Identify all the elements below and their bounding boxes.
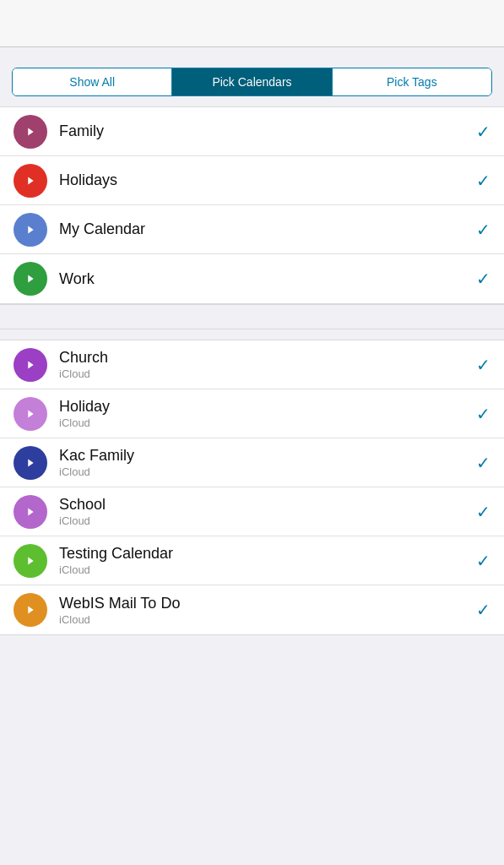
calendar-icon bbox=[14, 262, 47, 296]
calendar-name: Holidays bbox=[59, 171, 469, 189]
list-item[interactable]: Work✓ bbox=[0, 254, 504, 303]
calendar-subtitle: iCloud bbox=[59, 465, 469, 478]
list-item[interactable]: SchooliCloud✓ bbox=[0, 487, 504, 536]
arrow-icon bbox=[21, 405, 40, 423]
list-item[interactable]: Kac FamilyiCloud✓ bbox=[0, 438, 504, 487]
calendar-name: WebIS Mail To Do bbox=[59, 595, 469, 612]
arrow-icon bbox=[21, 171, 40, 190]
calendar-icon bbox=[14, 115, 47, 149]
checkmark-icon: ✓ bbox=[476, 355, 490, 375]
calendar-name: School bbox=[59, 496, 469, 514]
calendar-icon bbox=[14, 446, 47, 480]
checkmark-icon: ✓ bbox=[476, 502, 490, 522]
calendar-name: My Calendar bbox=[59, 220, 469, 238]
pick-tags-tab[interactable]: Pick Tags bbox=[333, 68, 491, 95]
show-all-tab[interactable]: Show All bbox=[13, 68, 172, 95]
pick-calendars-tab[interactable]: Pick Calendars bbox=[172, 68, 332, 95]
calendar-icon bbox=[14, 593, 47, 627]
checkmark-icon: ✓ bbox=[476, 404, 490, 424]
arrow-icon bbox=[21, 601, 40, 619]
list-item[interactable]: HolidayiCloud✓ bbox=[0, 389, 504, 438]
checkmark-icon: ✓ bbox=[476, 220, 490, 240]
list-item[interactable]: Testing CalendariCloud✓ bbox=[0, 536, 504, 585]
calendar-name: Family bbox=[59, 122, 469, 140]
section-divider bbox=[0, 304, 504, 329]
calendar-name: Holiday bbox=[59, 398, 469, 416]
calendar-icon bbox=[14, 495, 47, 529]
calendar-subtitle: iCloud bbox=[59, 563, 469, 576]
arrow-icon bbox=[21, 220, 40, 239]
arrow-icon bbox=[21, 356, 40, 374]
calendar-name: Kac Family bbox=[59, 447, 469, 465]
checkmark-icon: ✓ bbox=[476, 600, 490, 620]
calendar-icon bbox=[14, 213, 47, 247]
calendar-icon bbox=[14, 397, 47, 431]
calendar-subtitle: iCloud bbox=[59, 613, 469, 626]
calendar-icon bbox=[14, 164, 47, 198]
checkmark-icon: ✓ bbox=[476, 122, 490, 142]
arrow-icon bbox=[21, 122, 40, 141]
local-calendars-list: Family✓ Holidays✓ My Calendar✓ Work✓ bbox=[0, 106, 504, 304]
list-item[interactable]: Family✓ bbox=[0, 107, 504, 156]
list-item[interactable]: My Calendar✓ bbox=[0, 205, 504, 254]
checkmark-icon: ✓ bbox=[476, 171, 490, 191]
arrow-icon bbox=[21, 269, 40, 288]
events-section-label bbox=[0, 47, 504, 64]
calendar-subtitle: iCloud bbox=[59, 416, 469, 429]
icloud-calendars-list: ChurchiCloud✓ HolidayiCloud✓ Kac Familyi… bbox=[0, 340, 504, 635]
header bbox=[0, 0, 504, 47]
arrow-icon bbox=[21, 552, 40, 570]
checkmark-icon: ✓ bbox=[476, 269, 490, 289]
calendar-name: Testing Calendar bbox=[59, 545, 469, 563]
calendar-name: Church bbox=[59, 349, 469, 367]
calendar-icon bbox=[14, 348, 47, 382]
calendar-subtitle: iCloud bbox=[59, 367, 469, 380]
list-item[interactable]: WebIS Mail To DoiCloud✓ bbox=[0, 585, 504, 634]
list-item[interactable]: Holidays✓ bbox=[0, 156, 504, 205]
list-item[interactable]: ChurchiCloud✓ bbox=[0, 340, 504, 389]
checkmark-icon: ✓ bbox=[476, 551, 490, 571]
calendar-subtitle: iCloud bbox=[59, 514, 469, 527]
arrow-icon bbox=[21, 503, 40, 521]
filter-segmented-control: Show All Pick Calendars Pick Tags bbox=[12, 68, 492, 96]
checkmark-icon: ✓ bbox=[476, 453, 490, 473]
calendar-name: Work bbox=[59, 270, 469, 288]
calendar-icon bbox=[14, 544, 47, 578]
arrow-icon bbox=[21, 454, 40, 472]
